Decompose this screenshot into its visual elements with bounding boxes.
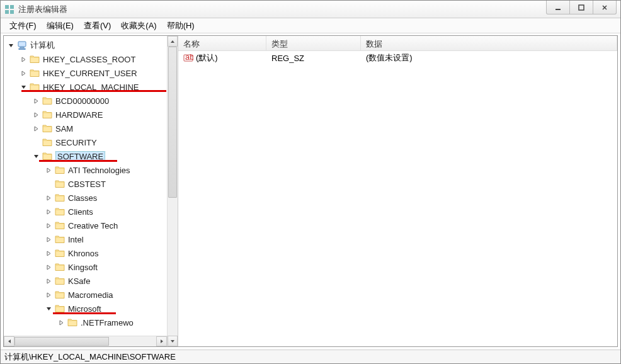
expand-icon[interactable] — [44, 235, 53, 244]
tree-label: KSafe — [68, 276, 90, 286]
tree-node-computer[interactable]: 计算机 — [4, 38, 178, 52]
expand-icon[interactable] — [44, 207, 53, 216]
tree-label: ATI Technologies — [68, 166, 130, 175]
value-type: REG_SZ — [266, 52, 361, 64]
expand-icon[interactable] — [44, 290, 53, 299]
annotation-underline — [53, 312, 116, 314]
tree-node-bcd[interactable]: BCD00000000 — [4, 94, 178, 108]
value-data: (数值未设置) — [361, 51, 617, 65]
svg-rect-10 — [579, 5, 584, 10]
tree-label: Khronos — [68, 249, 98, 258]
main-area: 计算机 HKEY_CLASSES_ROOT HKEY_CURRENT_USER … — [3, 35, 618, 347]
expand-icon[interactable] — [44, 166, 53, 174]
tree-label: Intel — [68, 235, 84, 244]
status-bar: 计算机\HKEY_LOCAL_MACHINE\SOFTWARE — [1, 350, 620, 363]
registry-tree[interactable]: 计算机 HKEY_CLASSES_ROOT HKEY_CURRENT_USER … — [4, 36, 178, 332]
folder-icon — [42, 123, 53, 134]
expand-icon[interactable] — [44, 276, 53, 285]
tree-node-netframework[interactable]: .NETFramewo — [4, 316, 178, 329]
scroll-thumb[interactable] — [14, 337, 109, 346]
values-pane: 名称 类型 数据 (默认) REG_SZ (数值未设置) — [178, 36, 617, 346]
annotation-underline — [21, 90, 166, 92]
tree-label: Creative Tech — [68, 221, 118, 230]
tree-pane: 计算机 HKEY_CLASSES_ROOT HKEY_CURRENT_USER … — [4, 36, 178, 346]
expand-icon[interactable] — [44, 193, 53, 202]
expand-icon[interactable] — [57, 318, 66, 327]
tree-node-classes[interactable]: Classes — [4, 191, 178, 205]
scroll-left-button[interactable] — [4, 336, 14, 346]
scroll-down-button[interactable] — [168, 336, 178, 346]
folder-icon — [42, 137, 53, 147]
column-type[interactable]: 类型 — [266, 36, 361, 50]
tree-vertical-scrollbar[interactable] — [167, 36, 178, 346]
expand-icon[interactable] — [19, 69, 28, 77]
folder-icon — [54, 193, 66, 203]
tree-node-hardware[interactable]: HARDWARE — [4, 108, 178, 122]
folder-icon — [54, 220, 66, 230]
list-row[interactable]: (默认) REG_SZ (数值未设置) — [178, 51, 617, 65]
expand-icon[interactable] — [19, 55, 28, 64]
scroll-thumb[interactable] — [168, 47, 177, 198]
tree-node-cbstest[interactable]: CBSTEST — [4, 177, 178, 191]
collapse-icon[interactable] — [6, 41, 15, 50]
expand-icon[interactable] — [44, 221, 53, 230]
tree-label: HARDWARE — [55, 110, 103, 120]
menu-view[interactable]: 查看(V) — [79, 18, 116, 33]
minimize-button[interactable] — [546, 1, 570, 14]
expand-icon[interactable] — [31, 124, 40, 133]
menu-bar: 文件(F) 编辑(E) 查看(V) 收藏夹(A) 帮助(H) — [1, 18, 620, 33]
tree-node-clients[interactable]: Clients — [4, 205, 178, 219]
computer-icon — [16, 40, 28, 50]
menu-help[interactable]: 帮助(H) — [162, 18, 200, 33]
menu-edit[interactable]: 编辑(E) — [42, 18, 79, 33]
svg-rect-7 — [5, 10, 9, 14]
tree-label: 计算机 — [30, 40, 55, 51]
tree-node-creative[interactable]: Creative Tech — [4, 219, 178, 232]
column-data[interactable]: 数据 — [361, 36, 617, 50]
annotation-underline — [39, 160, 117, 162]
string-value-icon — [183, 53, 193, 63]
tree-label: SAM — [55, 124, 73, 134]
column-name[interactable]: 名称 — [178, 36, 266, 50]
collapse-icon[interactable] — [44, 304, 53, 313]
svg-rect-9 — [555, 9, 561, 10]
tree-node-ksafe[interactable]: KSafe — [4, 274, 178, 288]
expand-icon[interactable] — [31, 96, 40, 105]
collapse-icon[interactable] — [31, 152, 40, 161]
menu-favorites[interactable]: 收藏夹(A) — [116, 18, 161, 33]
folder-icon — [54, 179, 66, 189]
tree-horizontal-scrollbar[interactable] — [4, 336, 167, 346]
window-title: 注册表编辑器 — [18, 4, 67, 15]
svg-rect-6 — [10, 5, 14, 9]
expand-icon[interactable] — [31, 110, 40, 119]
folder-icon — [54, 207, 66, 217]
maximize-button[interactable] — [569, 1, 593, 14]
tree-node-kingsoft[interactable]: Kingsoft — [4, 260, 178, 274]
folder-icon — [54, 290, 66, 300]
tree-label: SECURITY — [55, 138, 97, 147]
tree-node-hkcr[interactable]: HKEY_CLASSES_ROOT — [4, 52, 178, 66]
scroll-up-button[interactable] — [168, 36, 178, 47]
list-body: (默认) REG_SZ (数值未设置) — [178, 51, 617, 65]
tree-label: BCD00000000 — [55, 96, 109, 106]
tree-label: Kingsoft — [68, 263, 98, 272]
close-button[interactable] — [593, 1, 617, 14]
folder-icon — [54, 276, 66, 286]
app-icon — [4, 4, 14, 14]
tree-node-hkcu[interactable]: HKEY_CURRENT_USER — [4, 66, 178, 80]
svg-rect-5 — [5, 5, 9, 9]
expand-icon[interactable] — [44, 249, 53, 258]
tree-node-security[interactable]: SECURITY — [4, 135, 178, 149]
tree-label: Macromedia — [68, 290, 113, 300]
tree-node-intel[interactable]: Intel — [4, 232, 178, 246]
scroll-right-button[interactable] — [156, 336, 167, 346]
tree-node-ati[interactable]: ATI Technologies — [4, 163, 178, 177]
tree-label: HKEY_CURRENT_USER — [43, 69, 137, 78]
tree-node-macromedia[interactable]: Macromedia — [4, 288, 178, 302]
expand-icon[interactable] — [44, 263, 53, 271]
folder-icon — [54, 165, 66, 175]
menu-file[interactable]: 文件(F) — [4, 18, 42, 33]
tree-label: CBSTEST — [68, 179, 106, 189]
tree-node-sam[interactable]: SAM — [4, 122, 178, 135]
tree-node-khronos[interactable]: Khronos — [4, 246, 178, 260]
